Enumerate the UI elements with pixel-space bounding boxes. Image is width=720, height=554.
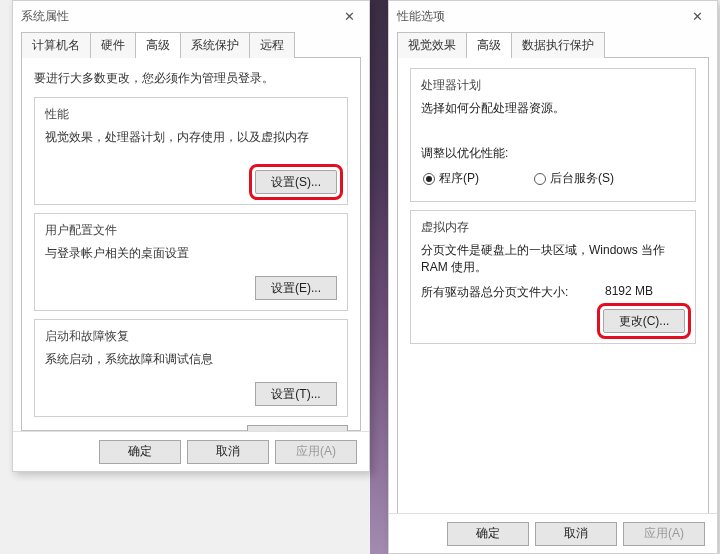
paging-total-label: 所有驱动器总分页文件大小: bbox=[421, 284, 605, 301]
close-icon[interactable]: ✕ bbox=[329, 1, 369, 31]
radio-programs[interactable]: 程序(P) bbox=[423, 170, 479, 187]
desktop-wallpaper-strip bbox=[370, 0, 388, 554]
system-properties-dialog: 系统属性 ✕ 计算机名 硬件 高级 系统保护 远程 要进行大多数更改，您必须作为… bbox=[12, 0, 370, 472]
dialog-title: 系统属性 bbox=[21, 8, 329, 25]
group-title: 性能 bbox=[45, 106, 337, 123]
tab-strip: 视觉效果 高级 数据执行保护 bbox=[397, 32, 709, 58]
radio-icon bbox=[423, 173, 435, 185]
cancel-button[interactable]: 取消 bbox=[187, 440, 269, 464]
tab-visual-effects[interactable]: 视觉效果 bbox=[397, 32, 467, 58]
tab-hardware[interactable]: 硬件 bbox=[90, 32, 136, 58]
ok-button[interactable]: 确定 bbox=[447, 522, 529, 546]
dialog-buttons: 确定 取消 应用(A) bbox=[389, 513, 717, 553]
apply-button[interactable]: 应用(A) bbox=[623, 522, 705, 546]
group-virtual-memory: 虚拟内存 分页文件是硬盘上的一块区域，Windows 当作 RAM 使用。 所有… bbox=[410, 210, 696, 344]
admin-note: 要进行大多数更改，您必须作为管理员登录。 bbox=[34, 70, 348, 87]
tab-computer-name[interactable]: 计算机名 bbox=[21, 32, 91, 58]
group-title: 处理器计划 bbox=[421, 77, 685, 94]
group-title: 启动和故障恢复 bbox=[45, 328, 337, 345]
group-desc: 与登录帐户相关的桌面设置 bbox=[45, 245, 337, 262]
apply-button[interactable]: 应用(A) bbox=[275, 440, 357, 464]
startup-settings-button[interactable]: 设置(T)... bbox=[255, 382, 337, 406]
tab-pane: 要进行大多数更改，您必须作为管理员登录。 性能 视觉效果，处理器计划，内存使用，… bbox=[21, 57, 361, 431]
group-desc: 系统启动，系统故障和调试信息 bbox=[45, 351, 337, 368]
tab-remote[interactable]: 远程 bbox=[249, 32, 295, 58]
radio-label: 后台服务(S) bbox=[550, 170, 614, 187]
change-vmem-button[interactable]: 更改(C)... bbox=[603, 309, 685, 333]
performance-settings-button[interactable]: 设置(S)... bbox=[255, 170, 337, 194]
radio-icon bbox=[534, 173, 546, 185]
tab-dep[interactable]: 数据执行保护 bbox=[511, 32, 605, 58]
user-profiles-settings-button[interactable]: 设置(E)... bbox=[255, 276, 337, 300]
radio-label: 程序(P) bbox=[439, 170, 479, 187]
titlebar[interactable]: 性能选项 ✕ bbox=[389, 1, 717, 31]
group-title: 用户配置文件 bbox=[45, 222, 337, 239]
paging-total-value: 8192 MB bbox=[605, 284, 685, 301]
dialog-title: 性能选项 bbox=[397, 8, 677, 25]
group-desc: 视觉效果，处理器计划，内存使用，以及虚拟内存 bbox=[45, 129, 337, 146]
group-processor-scheduling: 处理器计划 选择如何分配处理器资源。 调整以优化性能: 程序(P) 后台服务(S… bbox=[410, 68, 696, 202]
group-performance: 性能 视觉效果，处理器计划，内存使用，以及虚拟内存 设置(S)... bbox=[34, 97, 348, 205]
performance-options-dialog: 性能选项 ✕ 视觉效果 高级 数据执行保护 处理器计划 选择如何分配处理器资源。… bbox=[388, 0, 718, 554]
radio-background-services[interactable]: 后台服务(S) bbox=[534, 170, 614, 187]
group-startup-recovery: 启动和故障恢复 系统启动，系统故障和调试信息 设置(T)... bbox=[34, 319, 348, 417]
close-icon[interactable]: ✕ bbox=[677, 1, 717, 31]
group-title: 虚拟内存 bbox=[421, 219, 685, 236]
adjust-label: 调整以优化性能: bbox=[421, 145, 685, 162]
cancel-button[interactable]: 取消 bbox=[535, 522, 617, 546]
dialog-buttons: 确定 取消 应用(A) bbox=[13, 431, 369, 471]
group-desc: 选择如何分配处理器资源。 bbox=[421, 100, 685, 117]
group-desc: 分页文件是硬盘上的一块区域，Windows 当作 RAM 使用。 bbox=[421, 242, 685, 276]
group-user-profiles: 用户配置文件 与登录帐户相关的桌面设置 设置(E)... bbox=[34, 213, 348, 311]
titlebar[interactable]: 系统属性 ✕ bbox=[13, 1, 369, 31]
tab-pane: 处理器计划 选择如何分配处理器资源。 调整以优化性能: 程序(P) 后台服务(S… bbox=[397, 57, 709, 515]
tab-strip: 计算机名 硬件 高级 系统保护 远程 bbox=[21, 32, 361, 58]
tab-advanced[interactable]: 高级 bbox=[466, 32, 512, 58]
ok-button[interactable]: 确定 bbox=[99, 440, 181, 464]
tab-system-protection[interactable]: 系统保护 bbox=[180, 32, 250, 58]
tab-advanced[interactable]: 高级 bbox=[135, 32, 181, 58]
